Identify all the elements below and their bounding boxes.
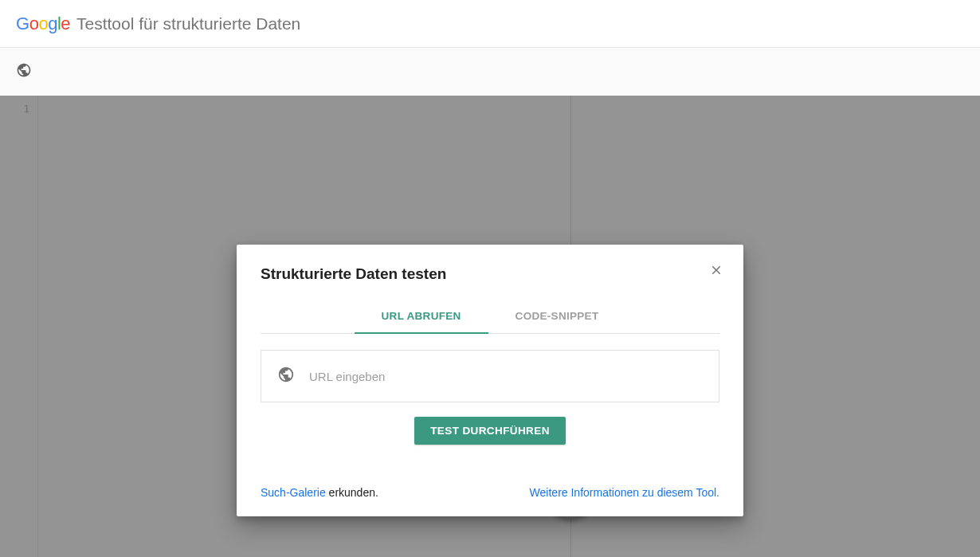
modal-footer: Such-Galerie erkunden. Weitere Informati… — [261, 486, 719, 499]
globe-icon — [277, 366, 295, 386]
logo-letter: G — [16, 14, 29, 34]
google-logo: Google — [16, 14, 70, 34]
modal-tabs: URL ABRUFEN CODE-SNIPPET — [261, 302, 719, 334]
search-gallery-link[interactable]: Such-Galerie — [261, 486, 326, 499]
tab-url[interactable]: URL ABRUFEN — [378, 302, 465, 333]
close-button[interactable] — [707, 262, 726, 281]
header: Google Testtool für strukturierte Daten — [0, 0, 980, 48]
close-icon — [709, 263, 723, 280]
content-area: 1 Strukturierte Daten testen URL ABRUFEN… — [0, 96, 980, 557]
test-modal: Strukturierte Daten testen URL ABRUFEN C… — [237, 245, 743, 516]
url-input[interactable] — [309, 370, 703, 383]
tab-snippet[interactable]: CODE-SNIPPET — [512, 302, 602, 333]
subheader — [0, 48, 980, 96]
gallery-suffix: erkunden. — [326, 486, 378, 499]
logo-letter: g — [48, 14, 57, 34]
more-info-link[interactable]: Weitere Informationen zu diesem Tool. — [530, 486, 719, 499]
run-test-button[interactable]: TEST DURCHFÜHREN — [414, 417, 566, 445]
gallery-text: Such-Galerie erkunden. — [261, 486, 378, 499]
page-title: Testtool für strukturierte Daten — [76, 14, 300, 33]
logo-letter: o — [29, 14, 39, 34]
logo-letter: e — [61, 14, 70, 34]
globe-icon[interactable] — [16, 62, 32, 81]
modal-title: Strukturierte Daten testen — [261, 265, 719, 283]
logo-letter: o — [38, 14, 48, 34]
url-input-container — [261, 350, 719, 402]
